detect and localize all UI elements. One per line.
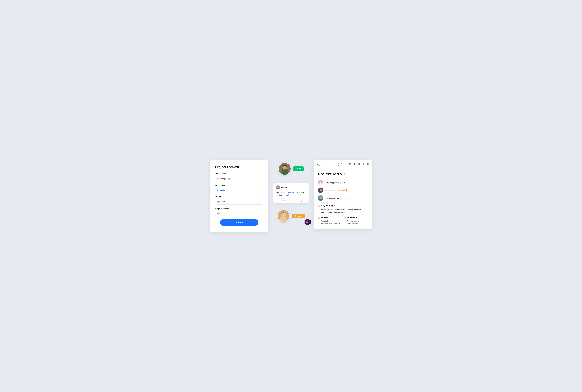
like-button[interactable]: Like bbox=[276, 199, 291, 203]
svg-text:3: 3 bbox=[363, 164, 363, 165]
svg-rect-41 bbox=[367, 164, 368, 164]
text-format-button[interactable]: Normal text bbox=[336, 162, 345, 166]
form-group-start-date: Target start date bbox=[215, 208, 263, 216]
slack-hexagon bbox=[304, 218, 311, 226]
like-label: Like bbox=[283, 200, 286, 202]
redo-icon bbox=[330, 163, 332, 165]
bullet-list-button[interactable] bbox=[357, 162, 361, 166]
two-col-section: 💪 To keep Team agility Research skills u… bbox=[318, 216, 368, 225]
svg-rect-4 bbox=[282, 170, 288, 175]
form-group-project-type: Project type bbox=[215, 184, 263, 193]
columns-button[interactable] bbox=[353, 162, 356, 166]
reply-button[interactable]: Reply bbox=[291, 199, 306, 203]
eye-icon bbox=[217, 200, 220, 203]
priority-input-container[interactable]: High bbox=[215, 199, 263, 204]
comment-mention: @Everyone on this board bbox=[280, 192, 300, 194]
commenter1-svg bbox=[318, 180, 323, 185]
to-keep-item-2: Research skills unmatched bbox=[319, 223, 342, 224]
retro-commenter-2-avatar bbox=[318, 188, 323, 193]
key-learning-item-2: Keep all stakeholders in the loop bbox=[319, 212, 368, 214]
toolbar-separator-2 bbox=[334, 163, 334, 165]
svg-marker-13 bbox=[305, 219, 311, 225]
align-button[interactable] bbox=[348, 162, 352, 166]
form-group-priority: Priority High bbox=[215, 196, 263, 204]
to-improve-section: 📝 To improve Time management Communicati… bbox=[344, 216, 368, 225]
retro-content: Project retro ☆ bbox=[314, 168, 372, 230]
svg-rect-26 bbox=[355, 163, 355, 165]
numbered-list-button[interactable]: 1 2 3 bbox=[362, 162, 365, 166]
start-date-label: Target start date bbox=[215, 208, 263, 210]
workflow-person1-container: Done bbox=[278, 162, 304, 175]
commenter3-svg bbox=[318, 196, 323, 201]
to-improve-icon: 📝 bbox=[344, 216, 346, 219]
add-label: + Add bbox=[317, 162, 320, 166]
svg-rect-15 bbox=[308, 220, 308, 222]
to-improve-item-1: Time management bbox=[345, 220, 368, 222]
on-track-badge: On track bbox=[292, 214, 305, 218]
retro-comment-item-1: Amazing job everyone! bbox=[318, 180, 368, 185]
bullet-list-icon bbox=[358, 163, 360, 165]
star-icon[interactable]: ☆ bbox=[343, 172, 346, 176]
svg-rect-8 bbox=[277, 188, 279, 190]
to-improve-heading: 📝 To improve bbox=[344, 216, 368, 219]
project-request-card: Project request Project name Project typ… bbox=[210, 160, 268, 232]
priority-label: Priority bbox=[215, 196, 263, 198]
comment-author-svg bbox=[276, 186, 280, 190]
svg-point-0 bbox=[218, 202, 219, 202]
project-type-input[interactable] bbox=[215, 187, 263, 193]
reply-label: Reply bbox=[298, 200, 302, 202]
to-keep-title: To keep bbox=[321, 216, 328, 219]
person1-avatar bbox=[278, 162, 291, 175]
project-name-label: Project name bbox=[215, 173, 263, 175]
text-format-label: Normal text bbox=[336, 162, 343, 166]
retro-title-text: Project retro bbox=[318, 172, 342, 176]
workflow-section: Done Marcus Hey @Everyone on this board,… bbox=[273, 160, 309, 222]
to-keep-icon: 💪 bbox=[318, 216, 320, 219]
toolbar-add-button[interactable]: + Add bbox=[316, 162, 321, 166]
retro-card: + Add Normal text bbox=[314, 160, 372, 230]
svg-rect-17 bbox=[306, 222, 308, 223]
comment-author-name: Marcus bbox=[281, 186, 288, 188]
svg-point-19 bbox=[308, 220, 309, 221]
submit-button[interactable]: Submit bbox=[220, 219, 258, 226]
person1-svg bbox=[279, 163, 291, 175]
person2-svg bbox=[278, 210, 289, 222]
undo-button[interactable] bbox=[324, 162, 328, 166]
comment-1-text: Amazing job everyone! bbox=[325, 182, 345, 184]
key-learnings-heading: ✏️ Key learnings bbox=[318, 204, 368, 207]
checklist-button[interactable] bbox=[366, 162, 370, 166]
slack-icon-container bbox=[304, 218, 311, 226]
key-learnings-title: Key learnings bbox=[321, 204, 335, 207]
svg-point-21 bbox=[308, 222, 309, 223]
numbered-list-icon: 1 2 3 bbox=[363, 163, 365, 165]
form-title: Project request bbox=[215, 165, 263, 169]
columns-icon bbox=[353, 163, 355, 165]
start-date-input[interactable] bbox=[215, 211, 263, 216]
undo-icon bbox=[325, 163, 327, 165]
comment-card: Marcus Hey @Everyone on this board, here… bbox=[273, 183, 309, 203]
retro-comment-text-3: Can't wait to see the impact bbox=[325, 197, 350, 199]
project-name-input[interactable] bbox=[215, 176, 263, 181]
redo-button[interactable] bbox=[329, 162, 332, 166]
retro-comment-list: Amazing job everyone! bbox=[318, 180, 368, 201]
key-learning-item-1: Remember to constantly collect customer … bbox=[319, 208, 368, 210]
priority-value: High bbox=[221, 201, 225, 203]
comment-header: Marcus bbox=[276, 186, 306, 190]
retro-commenter-1-avatar bbox=[318, 180, 323, 185]
comment-avatar bbox=[276, 186, 280, 190]
retro-commenter-3-avatar bbox=[318, 195, 323, 201]
svg-rect-53 bbox=[319, 199, 323, 201]
project-type-label: Project type bbox=[215, 184, 263, 186]
like-icon bbox=[281, 200, 282, 202]
comment-actions: Like Reply bbox=[276, 198, 306, 203]
comment-text-pre: Hey bbox=[276, 192, 280, 194]
svg-rect-25 bbox=[354, 163, 354, 165]
comment-3-text: Can't wait to see the impact bbox=[325, 197, 349, 199]
svg-point-31 bbox=[358, 164, 358, 164]
connector-line-2 bbox=[291, 203, 291, 210]
retro-toolbar: + Add Normal text bbox=[314, 160, 372, 168]
svg-point-7 bbox=[277, 186, 279, 188]
cursor-2 bbox=[346, 189, 347, 191]
to-improve-item-2: Communication bbox=[345, 223, 368, 224]
form-group-project-name: Project name bbox=[215, 173, 263, 181]
